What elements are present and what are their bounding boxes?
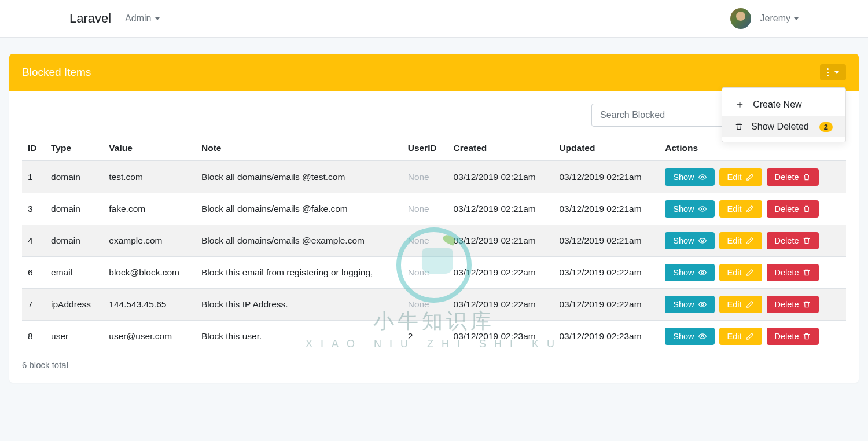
cell-updated: 03/12/2019 02:22am [553,257,659,289]
caret-down-icon [834,71,839,74]
col-created: Created [448,136,554,161]
cell-userid: None [402,193,448,225]
cell-id: 6 [22,257,45,289]
delete-button[interactable]: Delete [767,168,819,186]
deleted-count-badge: 2 [819,122,833,132]
menu-create-new[interactable]: ＋ Create New [722,93,845,116]
trash-icon [735,123,743,131]
edit-button[interactable]: Edit [719,232,762,249]
trash-icon [803,237,811,245]
cell-note: Block this email from registering or log… [196,257,402,289]
edit-button[interactable]: Edit [719,200,762,218]
menu-show-deleted[interactable]: Show Deleted 2 [722,116,845,137]
trash-icon [803,205,811,213]
delete-button[interactable]: Delete [767,232,819,249]
cell-note: Block all domains/emails @fake.com [196,193,402,225]
delete-button[interactable]: Delete [767,328,819,345]
cell-type: user [45,321,103,352]
cell-updated: 03/12/2019 02:21am [553,161,659,193]
cell-userid: None [402,289,448,321]
card-title: Blocked Items [22,66,91,79]
cell-value: user@user.com [103,321,196,352]
edit-button[interactable]: Edit [719,328,762,345]
delete-button[interactable]: Delete [767,264,819,281]
cell-created: 03/12/2019 02:21am [448,225,554,257]
dots-vertical-icon [827,68,829,76]
navbar: Laravel Admin Jeremy [0,0,868,38]
show-button[interactable]: Show [665,200,714,218]
cell-actions: ShowEditDelete [659,257,846,289]
cell-userid: None [402,257,448,289]
show-button[interactable]: Show [665,328,714,345]
table-row: 7ipAddress144.543.45.65Block this IP Add… [22,289,846,321]
col-value: Value [103,136,196,161]
cell-actions: ShowEditDelete [659,289,846,321]
show-button[interactable]: Show [665,296,714,313]
cell-userid: 2 [402,321,448,352]
card-header: Blocked Items [9,54,859,91]
cell-type: ipAddress [45,289,103,321]
cell-id: 4 [22,225,45,257]
delete-button[interactable]: Delete [767,296,819,313]
cell-updated: 03/12/2019 02:21am [553,225,659,257]
col-type: Type [45,136,103,161]
cell-created: 03/12/2019 02:21am [448,161,554,193]
cell-updated: 03/12/2019 02:22am [553,289,659,321]
pencil-icon [746,205,754,213]
cell-id: 3 [22,193,45,225]
col-updated: Updated [553,136,659,161]
col-userid: UserID [402,136,448,161]
card-menu-button[interactable] [820,64,846,80]
cell-actions: ShowEditDelete [659,193,846,225]
trash-icon [803,269,811,277]
pencil-icon [746,300,754,308]
cell-updated: 03/12/2019 02:21am [553,193,659,225]
svg-point-0 [701,176,704,178]
cell-created: 03/12/2019 02:22am [448,257,554,289]
table-row: 3domainfake.comBlock all domains/emails … [22,193,846,225]
user-name: Jeremy [760,13,790,24]
cell-id: 1 [22,161,45,193]
edit-button[interactable]: Edit [719,296,762,313]
cell-type: domain [45,193,103,225]
cell-type: email [45,257,103,289]
cell-userid: None [402,225,448,257]
show-button[interactable]: Show [665,168,714,186]
cell-type: domain [45,161,103,193]
cell-created: 03/12/2019 02:23am [448,321,554,352]
table-row: 4domainexample.comBlock all domains/emai… [22,225,846,257]
pencil-icon [746,269,754,277]
cell-value: test.com [103,161,196,193]
pencil-icon [746,332,754,340]
avatar[interactable] [730,8,751,29]
cell-value: example.com [103,225,196,257]
cell-note: Block this user. [196,321,402,352]
delete-button[interactable]: Delete [767,200,819,218]
show-button[interactable]: Show [665,232,714,249]
user-menu[interactable]: Jeremy [760,13,799,24]
caret-down-icon [794,17,799,20]
edit-button[interactable]: Edit [719,168,762,186]
blocked-items-table: ID Type Value Note UserID Created Update… [22,136,846,352]
pencil-icon [746,237,754,245]
edit-button[interactable]: Edit [719,264,762,281]
show-button[interactable]: Show [665,264,714,281]
svg-point-2 [701,240,704,242]
trash-icon [803,332,811,340]
menu-create-label: Create New [753,100,801,110]
cell-actions: ShowEditDelete [659,321,846,352]
brand[interactable]: Laravel [69,11,111,26]
table-row: 1domaintest.comBlock all domains/emails … [22,161,846,193]
cell-value: fake.com [103,193,196,225]
admin-menu[interactable]: Admin [125,13,159,24]
total-count-text: 6 block total [22,360,846,370]
cell-userid: None [402,161,448,193]
plus-icon: ＋ [735,98,745,111]
admin-label: Admin [125,13,151,24]
caret-down-icon [155,17,160,20]
blocked-items-card: Blocked Items ＋ Create New Show Deleted … [9,54,859,383]
menu-show-deleted-label: Show Deleted [751,122,809,132]
cell-note: Block this IP Address. [196,289,402,321]
cell-id: 8 [22,321,45,352]
cell-id: 7 [22,289,45,321]
